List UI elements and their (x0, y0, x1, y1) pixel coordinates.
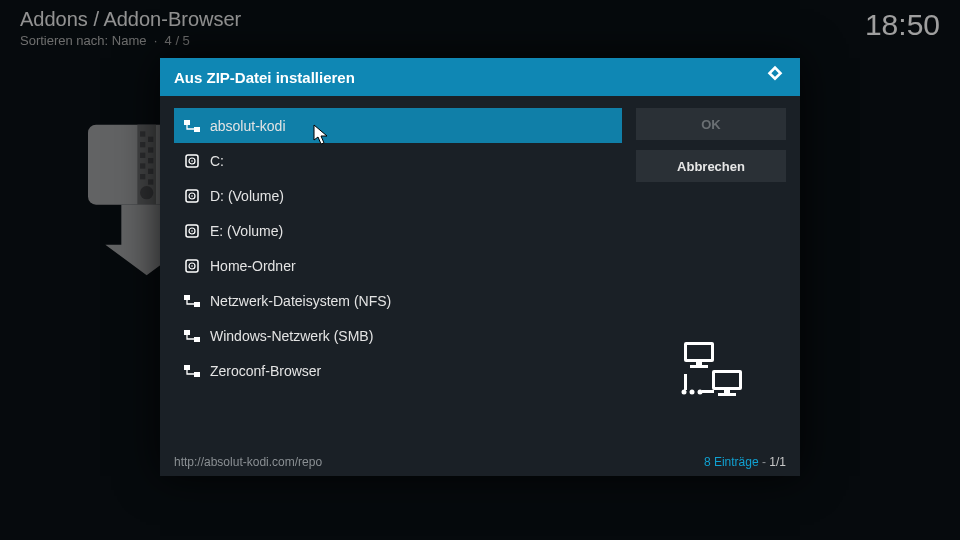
svg-rect-39 (724, 390, 730, 393)
ok-button[interactable]: OK (636, 108, 786, 140)
svg-rect-40 (718, 393, 736, 396)
svg-rect-35 (696, 362, 702, 365)
list-item[interactable]: Home-Ordner (174, 248, 622, 283)
list-item-label: Netzwerk-Dateisystem (NFS) (210, 293, 391, 309)
list-item-label: Home-Ordner (210, 258, 296, 274)
entry-count-label: Einträge (714, 455, 759, 469)
install-from-zip-dialog: Aus ZIP-Datei installieren absolut-kodiC… (160, 58, 800, 476)
network-icon (184, 294, 200, 308)
drive-icon (184, 224, 200, 238)
svg-rect-29 (184, 330, 190, 335)
footer-count: 8 Einträge - 1/1 (704, 455, 786, 469)
dialog-footer: http://absolut-kodi.com/repo 8 Einträge … (160, 448, 800, 476)
svg-point-17 (191, 160, 193, 162)
network-computers-icon (666, 336, 756, 416)
drive-icon (184, 189, 200, 203)
svg-rect-34 (687, 345, 711, 359)
svg-rect-31 (184, 365, 190, 370)
network-icon (184, 364, 200, 378)
list-item[interactable]: E: (Volume) (174, 213, 622, 248)
list-item-label: Windows-Netzwerk (SMB) (210, 328, 373, 344)
svg-rect-30 (194, 337, 200, 342)
list-item[interactable]: Netzwerk-Dateisystem (NFS) (174, 283, 622, 318)
svg-point-23 (191, 230, 193, 232)
drive-icon (184, 154, 200, 168)
svg-point-43 (698, 390, 703, 395)
svg-rect-44 (684, 374, 687, 390)
drive-icon (184, 259, 200, 273)
network-icon (184, 329, 200, 343)
preview-icon-area (636, 316, 786, 436)
footer-path: http://absolut-kodi.com/repo (174, 455, 322, 469)
dialog-title: Aus ZIP-Datei installieren (174, 69, 355, 86)
svg-rect-38 (715, 373, 739, 387)
svg-rect-14 (194, 127, 200, 132)
page-indicator: 1/1 (769, 455, 786, 469)
list-item[interactable]: D: (Volume) (174, 178, 622, 213)
list-item[interactable]: Windows-Netzwerk (SMB) (174, 318, 622, 353)
list-item-label: Zeroconf-Browser (210, 363, 321, 379)
right-pane: OK Abbrechen (636, 108, 786, 436)
list-item-label: absolut-kodi (210, 118, 286, 134)
svg-rect-36 (690, 365, 708, 368)
cancel-button[interactable]: Abbrechen (636, 150, 786, 182)
list-item[interactable]: C: (174, 143, 622, 178)
svg-point-41 (682, 390, 687, 395)
svg-rect-28 (194, 302, 200, 307)
entry-count: 8 (704, 455, 711, 469)
svg-rect-45 (702, 390, 714, 393)
svg-rect-27 (184, 295, 190, 300)
svg-point-26 (191, 265, 193, 267)
list-item[interactable]: Zeroconf-Browser (174, 353, 622, 388)
dialog-header: Aus ZIP-Datei installieren (160, 58, 800, 96)
svg-point-20 (191, 195, 193, 197)
list-item[interactable]: absolut-kodi (174, 108, 622, 143)
network-icon (184, 119, 200, 133)
svg-rect-13 (184, 120, 190, 125)
list-item-label: C: (210, 153, 224, 169)
file-list: absolut-kodiC:D: (Volume)E: (Volume)Home… (174, 108, 622, 436)
list-item-label: E: (Volume) (210, 223, 283, 239)
svg-rect-32 (194, 372, 200, 377)
list-item-label: D: (Volume) (210, 188, 284, 204)
kodi-logo-icon (764, 64, 786, 90)
svg-point-42 (690, 390, 695, 395)
